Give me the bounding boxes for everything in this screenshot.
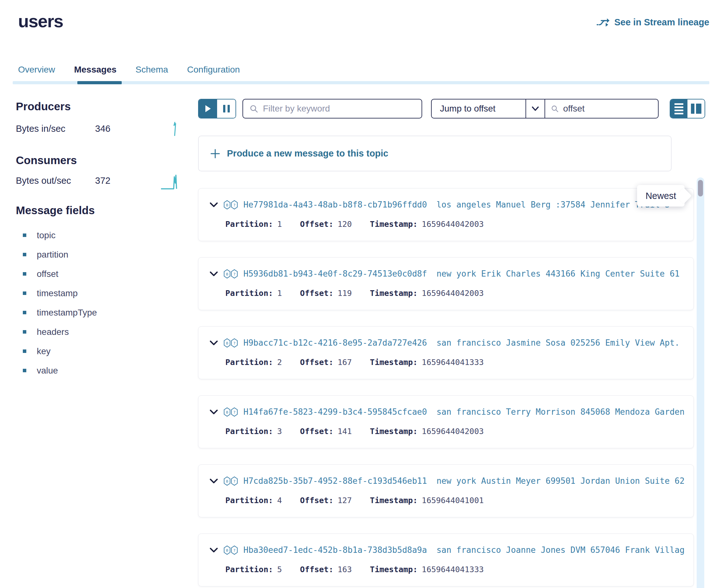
- field-label: timestampType: [37, 308, 97, 318]
- list-view-button[interactable]: [671, 100, 687, 118]
- offset-meta: Offset:127: [300, 496, 352, 505]
- bullet-icon: [23, 272, 26, 276]
- message-key[interactable]: He77981da-4a43-48ab-b8f8-cb71b96ffdd0: [243, 200, 427, 209]
- field-item-headers[interactable]: headers: [23, 322, 97, 341]
- message-fields-heading: Message fields: [16, 204, 95, 217]
- message-key[interactable]: H14fa67fe-5823-4299-b3c4-595845cfcae0: [243, 407, 427, 417]
- offset-meta: Offset:120: [300, 219, 352, 229]
- message-value[interactable]: san francisco Joanne Jones DVM 657046 Fr…: [436, 545, 684, 555]
- partition-meta: Partition:1: [225, 219, 282, 229]
- search-icon: [249, 104, 258, 113]
- svg-text:?: ?: [233, 340, 235, 345]
- message-value[interactable]: los angeles Manuel Berg :37584 Jennifer …: [436, 200, 670, 209]
- offset-meta: Offset:119: [300, 289, 352, 298]
- scrollbar-track[interactable]: [697, 177, 704, 588]
- timestamp-meta: Timestamp:1659644041001: [370, 496, 484, 505]
- message-value[interactable]: new york Erik Charles 443166 King Center…: [436, 269, 684, 278]
- play-button[interactable]: [199, 100, 217, 118]
- field-label: key: [37, 346, 51, 356]
- bytes-out-sparkline: [160, 173, 181, 190]
- tab-bar: Overview Messages Schema Configuration: [18, 65, 240, 75]
- partition-meta: Partition:4: [225, 496, 282, 505]
- message-key[interactable]: H5936db81-b943-4e0f-8c29-74513e0c0d8f: [243, 269, 427, 278]
- select-chevron-button[interactable]: [525, 100, 544, 118]
- offset-meta: Offset:163: [300, 565, 352, 574]
- field-item-timestamptype[interactable]: timestampType: [23, 303, 97, 322]
- field-label: partition: [37, 250, 68, 260]
- partition-meta: Partition:1: [225, 289, 282, 298]
- field-item-key[interactable]: key: [23, 341, 97, 361]
- produce-message-button[interactable]: Produce a new message to this topic: [198, 135, 672, 171]
- svg-text:0: 0: [226, 203, 228, 207]
- field-label: timestamp: [37, 288, 78, 298]
- messages-toolbar: Jump to offset: [198, 99, 705, 119]
- field-item-offset[interactable]: offset: [23, 264, 97, 284]
- message-key[interactable]: H9bacc71c-b12c-4216-8e95-2a7da727e426: [243, 338, 427, 348]
- svg-text:0: 0: [226, 340, 228, 345]
- tab-configuration[interactable]: Configuration: [187, 65, 240, 75]
- chevron-down-icon[interactable]: [209, 271, 218, 277]
- message-card: 0 ? He77981da-4a43-48ab-b8f8-cb71b96ffdd…: [198, 188, 694, 241]
- view-toggle-group: [670, 99, 705, 119]
- field-item-partition[interactable]: partition: [23, 245, 97, 264]
- tab-overview[interactable]: Overview: [18, 65, 55, 75]
- play-icon: [204, 105, 211, 113]
- unknown-char-icon: 0 ?: [224, 269, 238, 278]
- message-key[interactable]: Hba30eed7-1edc-452b-8b1a-738d3b5d8a9a: [243, 545, 427, 555]
- svg-text:?: ?: [233, 548, 235, 552]
- consumers-heading: Consumers: [16, 154, 77, 167]
- scrollbar-thumb[interactable]: [698, 180, 703, 196]
- tab-schema[interactable]: Schema: [136, 65, 168, 75]
- bytes-in-sparkline: [171, 121, 179, 137]
- partition-meta: Partition:3: [225, 427, 282, 436]
- unknown-char-icon: 0 ?: [224, 546, 238, 555]
- message-card: 0 ? H9bacc71c-b12c-4216-8e95-2a7da727e42…: [198, 326, 694, 379]
- list-view-icon: [675, 103, 683, 114]
- chevron-down-icon[interactable]: [209, 547, 218, 553]
- chevron-down-icon[interactable]: [209, 340, 218, 345]
- message-value[interactable]: san francisco Jasmine Sosa 025256 Emily …: [436, 338, 684, 348]
- bullet-icon: [23, 369, 26, 372]
- stream-lineage-link[interactable]: See in Stream lineage: [597, 17, 709, 27]
- bullet-icon: [23, 233, 26, 237]
- field-label: headers: [37, 327, 69, 337]
- message-value[interactable]: san francisco Terry Morrison 845068 Mend…: [436, 407, 684, 417]
- svg-text:?: ?: [233, 272, 235, 276]
- offset-search-input[interactable]: [563, 104, 652, 114]
- bytes-out-label: Bytes out/sec: [16, 175, 71, 186]
- field-item-value[interactable]: value: [23, 361, 97, 380]
- message-fields-list: topic partition offset timestamp timesta…: [23, 226, 97, 380]
- column-view-button[interactable]: [687, 100, 705, 118]
- message-value[interactable]: new york Austin Meyer 699501 Jordan Unio…: [436, 476, 684, 486]
- field-label: value: [37, 365, 58, 376]
- pause-button[interactable]: [217, 100, 235, 118]
- filter-keyword-input[interactable]: [263, 104, 415, 114]
- offset-meta: Offset:167: [300, 358, 352, 367]
- bytes-in-label: Bytes in/sec: [16, 124, 65, 134]
- message-card: 0 ? H5936db81-b943-4e0f-8c29-74513e0c0d8…: [198, 257, 694, 310]
- tab-messages[interactable]: Messages: [74, 65, 117, 75]
- field-label: topic: [37, 230, 56, 240]
- svg-text:0: 0: [226, 479, 228, 483]
- chevron-down-icon[interactable]: [209, 478, 218, 484]
- chevron-down-icon[interactable]: [209, 409, 218, 415]
- svg-text:0: 0: [226, 272, 228, 276]
- offset-search-box: [544, 100, 658, 118]
- unknown-char-icon: 0 ?: [224, 200, 238, 209]
- field-item-topic[interactable]: topic: [23, 226, 97, 245]
- chevron-down-icon[interactable]: [209, 202, 218, 208]
- offset-meta: Offset:141: [300, 427, 352, 436]
- svg-text:?: ?: [233, 203, 235, 207]
- timestamp-meta: Timestamp:1659644042003: [370, 219, 484, 229]
- stream-lineage-label: See in Stream lineage: [614, 17, 709, 27]
- partition-meta: Partition:5: [225, 565, 282, 574]
- unknown-char-icon: 0 ?: [224, 477, 238, 486]
- message-key[interactable]: H7cda825b-35b7-4952-88ef-c193d546eb11: [243, 476, 427, 486]
- svg-text:?: ?: [233, 479, 235, 483]
- svg-text:0: 0: [226, 410, 228, 414]
- timestamp-meta: Timestamp:1659644042003: [370, 427, 484, 436]
- field-item-timestamp[interactable]: timestamp: [23, 284, 97, 303]
- timestamp-meta: Timestamp:1659644041333: [370, 565, 484, 574]
- jump-to-offset-select[interactable]: Jump to offset: [432, 100, 525, 118]
- jump-to-offset-group: Jump to offset: [431, 99, 659, 119]
